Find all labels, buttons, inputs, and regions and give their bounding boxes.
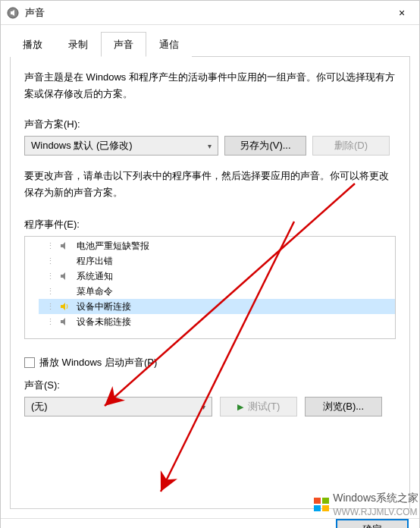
checkbox-icon	[24, 357, 35, 368]
instructions-text: 要更改声音，请单击以下列表中的程序事件，然后选择要应用的声音。你可以将更改保存为…	[24, 168, 396, 201]
speaker-icon	[58, 317, 72, 326]
windows-logo-icon	[313, 496, 330, 513]
titlebar: 声音 ×	[1, 1, 419, 25]
test-button: ▶ 测试(T)	[220, 397, 297, 416]
tree-connector: ⋮	[46, 317, 54, 327]
startup-sound-label: 播放 Windows 启动声音(P)	[39, 356, 157, 369]
svg-rect-4	[322, 498, 329, 504]
event-item[interactable]: ⋮ 菜单命令	[39, 284, 395, 299]
tab-sound[interactable]: 声音	[101, 32, 146, 57]
tab-record[interactable]: 录制	[55, 32, 101, 57]
event-item[interactable]: ⋮ 程序出错	[39, 253, 395, 269]
event-item-selected[interactable]: ⋮ 设备中断连接	[39, 299, 395, 314]
save-as-button[interactable]: 另存为(V)...	[224, 136, 306, 156]
tree-connector: ⋮	[46, 256, 54, 266]
tree-connector: ⋮	[46, 302, 54, 312]
tree-connector: ⋮	[46, 241, 54, 251]
chevron-down-icon: ▾	[202, 403, 205, 411]
chevron-down-icon: ▾	[208, 142, 212, 150]
event-item[interactable]: ⋮ 设备未能连接	[39, 314, 395, 329]
watermark-text1: Windows	[333, 492, 376, 504]
scheme-label: 声音方案(H):	[24, 118, 396, 131]
watermark-url: WWW.RJJMLV.COM	[333, 507, 417, 517]
tab-strip: 播放 录制 声音 通信	[10, 31, 410, 57]
event-item[interactable]: ⋮ 系统通知	[39, 269, 395, 284]
scheme-dropdown[interactable]: Windows 默认 (已修改) ▾	[24, 136, 218, 156]
event-label: 系统通知	[77, 270, 113, 283]
play-icon: ▶	[237, 402, 243, 412]
close-button[interactable]: ×	[384, 1, 419, 24]
svg-rect-6	[322, 505, 329, 511]
sound-panel: 声音主题是在 Windows 和程序产生的活动事件中应用的一组声音。你可以选择现…	[10, 57, 410, 509]
speaker-icon	[58, 241, 72, 250]
dialog-footer: 确定	[1, 518, 419, 528]
speaker-icon	[7, 7, 19, 19]
content-area: 播放 录制 声音 通信 声音主题是在 Windows 和程序产生的活动事件中应用…	[1, 25, 419, 518]
browse-button[interactable]: 浏览(B)...	[305, 397, 382, 416]
scheme-value: Windows 默认 (已修改)	[31, 139, 133, 152]
watermark-text2: 系统之家	[376, 492, 418, 504]
svg-rect-3	[314, 498, 321, 504]
speaker-icon	[58, 272, 72, 281]
sound-dialog: 声音 × 播放 录制 声音 通信 声音主题是在 Windows 和程序产生的活动…	[0, 0, 420, 528]
event-label: 电池严重短缺警报	[77, 240, 149, 253]
speaker-active-icon	[58, 302, 72, 311]
tab-play[interactable]: 播放	[10, 32, 55, 57]
svg-rect-5	[314, 505, 321, 511]
event-label: 设备中断连接	[77, 300, 131, 313]
startup-sound-checkbox[interactable]: 播放 Windows 启动声音(P)	[24, 356, 396, 369]
window-title: 声音	[25, 6, 45, 20]
events-label: 程序事件(E):	[24, 218, 396, 231]
ok-button[interactable]: 确定	[336, 519, 409, 528]
sound-value: (无)	[31, 400, 48, 413]
tree-connector: ⋮	[46, 272, 54, 281]
test-label: 测试(T)	[248, 400, 281, 413]
sound-dropdown[interactable]: (无) ▾	[24, 397, 212, 416]
sound-label: 声音(S):	[24, 379, 396, 392]
tab-comm[interactable]: 通信	[146, 32, 192, 57]
close-icon: ×	[399, 7, 405, 19]
event-label: 程序出错	[77, 255, 113, 268]
event-item[interactable]: ⋮ 电池严重短缺警报	[39, 238, 395, 253]
event-label: 设备未能连接	[77, 316, 131, 328]
program-events-list[interactable]: ⋮ 电池严重短缺警报 ⋮ 程序出错 ⋮ 系统通知	[24, 236, 396, 339]
tree-connector: ⋮	[46, 287, 54, 297]
delete-button: 删除(D)	[312, 136, 390, 156]
intro-text: 声音主题是在 Windows 和程序产生的活动事件中应用的一组声音。你可以选择现…	[24, 69, 396, 102]
watermark: Windows系统之家 WWW.RJJMLV.COM	[313, 492, 418, 517]
event-label: 菜单命令	[77, 285, 113, 298]
